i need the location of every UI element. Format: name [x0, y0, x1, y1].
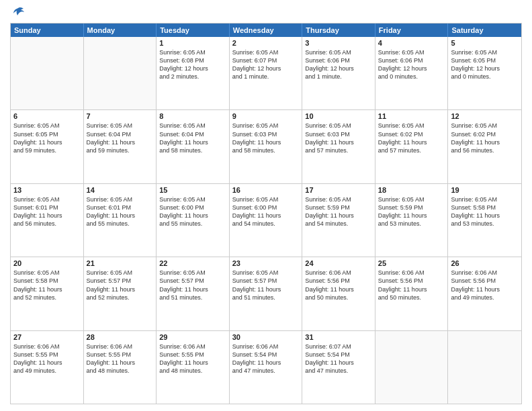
calendar-cell: 22Sunrise: 6:05 AMSunset: 5:57 PMDayligh…: [157, 257, 230, 330]
calendar-row-2: 13Sunrise: 6:05 AMSunset: 6:01 PMDayligh…: [11, 183, 521, 257]
day-number: 11: [378, 112, 445, 120]
calendar-row-1: 6Sunrise: 6:05 AMSunset: 6:05 PMDaylight…: [11, 109, 521, 183]
cell-info: Sunrise: 6:05 AMSunset: 6:01 PMDaylight:…: [87, 195, 154, 228]
calendar-cell: 8Sunrise: 6:05 AMSunset: 6:04 PMDaylight…: [157, 110, 230, 183]
calendar-cell: 31Sunrise: 6:07 AMSunset: 5:54 PMDayligh…: [302, 331, 375, 404]
day-number: 10: [305, 112, 372, 120]
cell-info: Sunrise: 6:05 AMSunset: 5:58 PMDaylight:…: [13, 269, 81, 302]
cell-info: Sunrise: 6:05 AMSunset: 6:03 PMDaylight:…: [232, 122, 300, 154]
header-day-sunday: Sunday: [11, 24, 84, 37]
header: [10, 7, 522, 19]
cell-info: Sunrise: 6:05 AMSunset: 6:05 PMDaylight:…: [13, 122, 81, 154]
calendar-cell: 1Sunrise: 6:05 AMSunset: 6:08 PMDaylight…: [157, 37, 230, 109]
day-number: 27: [13, 333, 81, 341]
day-number: 7: [87, 112, 154, 120]
day-number: 28: [87, 333, 154, 341]
calendar-cell: 20Sunrise: 6:05 AMSunset: 5:58 PMDayligh…: [11, 257, 84, 330]
calendar-cell: 13Sunrise: 6:05 AMSunset: 6:01 PMDayligh…: [11, 184, 84, 257]
cell-info: Sunrise: 6:05 AMSunset: 6:06 PMDaylight:…: [305, 48, 372, 81]
day-number: 21: [87, 259, 154, 267]
header-day-wednesday: Wednesday: [230, 24, 303, 37]
header-day-tuesday: Tuesday: [157, 24, 230, 37]
cell-info: Sunrise: 6:06 AMSunset: 5:56 PMDaylight:…: [378, 269, 445, 302]
cell-info: Sunrise: 6:05 AMSunset: 5:59 PMDaylight:…: [378, 195, 445, 228]
day-number: 14: [87, 186, 154, 194]
calendar-header: SundayMondayTuesdayWednesdayThursdayFrid…: [11, 24, 521, 37]
cell-info: Sunrise: 6:05 AMSunset: 5:57 PMDaylight:…: [159, 269, 226, 302]
cell-info: Sunrise: 6:05 AMSunset: 6:06 PMDaylight:…: [378, 48, 445, 81]
cell-info: Sunrise: 6:06 AMSunset: 5:54 PMDaylight:…: [232, 342, 300, 375]
header-day-saturday: Saturday: [448, 24, 521, 37]
cell-info: Sunrise: 6:05 AMSunset: 6:03 PMDaylight:…: [305, 122, 372, 154]
cell-info: Sunrise: 6:05 AMSunset: 6:08 PMDaylight:…: [159, 48, 226, 81]
header-day-friday: Friday: [375, 24, 449, 37]
day-number: 22: [159, 259, 226, 267]
cell-info: Sunrise: 6:05 AMSunset: 6:01 PMDaylight:…: [13, 195, 81, 228]
calendar-cell: [84, 37, 157, 109]
cell-info: Sunrise: 6:05 AMSunset: 6:04 PMDaylight:…: [87, 122, 154, 154]
calendar-cell: 7Sunrise: 6:05 AMSunset: 6:04 PMDaylight…: [84, 110, 157, 183]
cell-info: Sunrise: 6:06 AMSunset: 5:55 PMDaylight:…: [159, 342, 226, 375]
calendar-cell: 24Sunrise: 6:06 AMSunset: 5:56 PMDayligh…: [302, 257, 375, 330]
page: SundayMondayTuesdayWednesdayThursdayFrid…: [0, 0, 532, 411]
calendar-cell: 14Sunrise: 6:05 AMSunset: 6:01 PMDayligh…: [84, 184, 157, 257]
cell-info: Sunrise: 6:06 AMSunset: 5:55 PMDaylight:…: [13, 342, 81, 375]
calendar-cell: 9Sunrise: 6:05 AMSunset: 6:03 PMDaylight…: [230, 110, 303, 183]
cell-info: Sunrise: 6:06 AMSunset: 5:55 PMDaylight:…: [87, 342, 154, 375]
cell-info: Sunrise: 6:05 AMSunset: 6:02 PMDaylight:…: [378, 122, 445, 154]
cell-info: Sunrise: 6:06 AMSunset: 5:56 PMDaylight:…: [451, 269, 519, 302]
cell-info: Sunrise: 6:05 AMSunset: 6:04 PMDaylight:…: [159, 122, 226, 154]
cell-info: Sunrise: 6:05 AMSunset: 6:00 PMDaylight:…: [232, 195, 300, 228]
calendar-cell: 29Sunrise: 6:06 AMSunset: 5:55 PMDayligh…: [157, 331, 230, 404]
calendar-cell: 28Sunrise: 6:06 AMSunset: 5:55 PMDayligh…: [84, 331, 157, 404]
calendar-cell: 10Sunrise: 6:05 AMSunset: 6:03 PMDayligh…: [302, 110, 375, 183]
day-number: 12: [451, 112, 519, 120]
day-number: 16: [232, 186, 300, 194]
day-number: 23: [232, 259, 300, 267]
cell-info: Sunrise: 6:05 AMSunset: 6:02 PMDaylight:…: [451, 122, 519, 154]
day-number: 9: [232, 112, 300, 120]
calendar-cell: 17Sunrise: 6:05 AMSunset: 5:59 PMDayligh…: [302, 184, 375, 257]
calendar-row-4: 27Sunrise: 6:06 AMSunset: 5:55 PMDayligh…: [11, 330, 521, 404]
cell-info: Sunrise: 6:05 AMSunset: 5:57 PMDaylight:…: [87, 269, 154, 302]
day-number: 3: [305, 39, 372, 47]
calendar-cell: 23Sunrise: 6:05 AMSunset: 5:57 PMDayligh…: [230, 257, 303, 330]
calendar-row-3: 20Sunrise: 6:05 AMSunset: 5:58 PMDayligh…: [11, 257, 521, 330]
day-number: 29: [159, 333, 226, 341]
day-number: 20: [13, 259, 81, 267]
calendar-cell: 25Sunrise: 6:06 AMSunset: 5:56 PMDayligh…: [375, 257, 449, 330]
logo-bird-icon: [11, 7, 25, 19]
day-number: 30: [232, 333, 300, 341]
cell-info: Sunrise: 6:05 AMSunset: 6:00 PMDaylight:…: [159, 195, 226, 228]
calendar-cell: 27Sunrise: 6:06 AMSunset: 5:55 PMDayligh…: [11, 331, 84, 404]
day-number: 1: [159, 39, 226, 47]
day-number: 25: [378, 259, 445, 267]
day-number: 8: [159, 112, 226, 120]
day-number: 31: [305, 333, 372, 341]
cell-info: Sunrise: 6:07 AMSunset: 5:54 PMDaylight:…: [305, 342, 372, 375]
cell-info: Sunrise: 6:05 AMSunset: 5:57 PMDaylight:…: [232, 269, 300, 302]
calendar-cell: 5Sunrise: 6:05 AMSunset: 6:05 PMDaylight…: [448, 37, 521, 109]
cell-info: Sunrise: 6:05 AMSunset: 6:05 PMDaylight:…: [451, 48, 519, 81]
calendar-cell: 3Sunrise: 6:05 AMSunset: 6:06 PMDaylight…: [302, 37, 375, 109]
day-number: 17: [305, 186, 372, 194]
calendar-cell: [11, 37, 84, 109]
calendar-cell: 4Sunrise: 6:05 AMSunset: 6:06 PMDaylight…: [375, 37, 449, 109]
calendar-cell: 18Sunrise: 6:05 AMSunset: 5:59 PMDayligh…: [375, 184, 449, 257]
cell-info: Sunrise: 6:05 AMSunset: 6:07 PMDaylight:…: [232, 48, 300, 81]
calendar-cell: 30Sunrise: 6:06 AMSunset: 5:54 PMDayligh…: [230, 331, 303, 404]
calendar-cell: 19Sunrise: 6:05 AMSunset: 5:58 PMDayligh…: [448, 184, 521, 257]
day-number: 19: [451, 186, 519, 194]
calendar-cell: 11Sunrise: 6:05 AMSunset: 6:02 PMDayligh…: [375, 110, 449, 183]
calendar-cell: [448, 331, 521, 404]
cell-info: Sunrise: 6:05 AMSunset: 5:59 PMDaylight:…: [305, 195, 372, 228]
calendar-cell: 15Sunrise: 6:05 AMSunset: 6:00 PMDayligh…: [157, 184, 230, 257]
header-day-monday: Monday: [84, 24, 157, 37]
calendar-cell: 6Sunrise: 6:05 AMSunset: 6:05 PMDaylight…: [11, 110, 84, 183]
day-number: 24: [305, 259, 372, 267]
day-number: 18: [378, 186, 445, 194]
logo: [10, 7, 25, 19]
day-number: 2: [232, 39, 300, 47]
calendar-cell: 16Sunrise: 6:05 AMSunset: 6:00 PMDayligh…: [230, 184, 303, 257]
day-number: 26: [451, 259, 519, 267]
